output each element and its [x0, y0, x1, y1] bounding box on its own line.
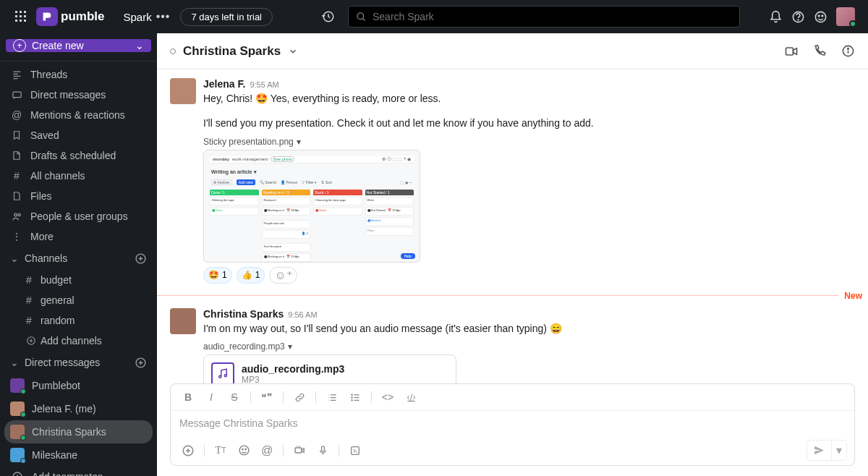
avatar [10, 378, 25, 393]
dm-mileskane[interactable]: Mileskane [0, 443, 157, 467]
send-options-button[interactable]: ▾ [831, 441, 846, 460]
nav-mentions[interactable]: @Mentions & reactions [0, 105, 157, 125]
attachment-preview[interactable]: monday work management See plans⚙ ⓘ ⬚ ⬚ … [203, 150, 420, 263]
notifications-icon[interactable] [769, 10, 783, 24]
search-input[interactable] [373, 11, 732, 22]
dm-section-header[interactable]: ⌄ Direct messages [0, 351, 157, 374]
svg-point-16 [818, 15, 820, 17]
add-channels[interactable]: Add channels [0, 331, 157, 351]
audio-filename: audio_recording.mp3 [242, 363, 344, 375]
add-reaction-icon[interactable]: ☺⁺ [269, 267, 297, 284]
chat-header: Christina Sparks [157, 33, 868, 69]
chevron-down-icon: ⌄ [135, 40, 144, 51]
svg-point-27 [848, 48, 849, 49]
message-text: I'll send you my presentation. Check it … [203, 116, 855, 130]
message-author[interactable]: Jelena F. [203, 78, 245, 90]
presence-icon [170, 48, 176, 54]
info-icon[interactable] [841, 44, 855, 59]
attachment-name[interactable]: Sticky presentation.png▾ [203, 137, 855, 147]
audio-record-button[interactable] [312, 442, 333, 459]
add-attachment-button[interactable] [178, 442, 198, 459]
svg-rect-7 [20, 20, 22, 22]
channel-random[interactable]: #random [0, 310, 157, 331]
svg-point-32 [351, 399, 352, 400]
svg-point-19 [14, 213, 17, 216]
nav-all-channels[interactable]: #All channels [0, 166, 157, 186]
bullet-list-button[interactable] [345, 388, 365, 406]
dm-pumblebot[interactable]: Pumblebot [0, 374, 157, 397]
mention-button[interactable]: @ [257, 442, 277, 459]
svg-point-30 [351, 394, 352, 395]
send-group: ▾ [807, 440, 847, 461]
attachment-name[interactable]: audio_recording.mp3▾ [203, 341, 855, 352]
channel-general[interactable]: #general [0, 290, 157, 310]
chat-title[interactable]: Christina Sparks [183, 44, 281, 59]
add-dm-icon[interactable] [135, 357, 147, 369]
avatar[interactable] [170, 308, 196, 334]
nav-saved[interactable]: Saved [0, 125, 157, 145]
avatar [10, 448, 25, 462]
reaction[interactable]: 👍1 [237, 267, 265, 284]
nav-more[interactable]: ⋮More [0, 226, 157, 247]
svg-rect-2 [24, 11, 26, 13]
add-channel-icon[interactable] [135, 252, 147, 265]
message: Christina Sparks 9:56 AM I'm on my way o… [157, 305, 868, 383]
phone-call-icon[interactable] [813, 44, 827, 59]
text-format-button[interactable]: TT [210, 442, 231, 459]
ordered-list-button[interactable] [322, 388, 342, 406]
code-button[interactable]: <> [378, 388, 398, 406]
svg-rect-3 [15, 15, 17, 17]
message-input[interactable] [179, 417, 846, 429]
reaction[interactable]: 🤩1 [203, 267, 232, 284]
emoji-picker-button[interactable] [234, 442, 254, 459]
dm-christina[interactable]: Christina Sparks [4, 420, 153, 443]
channel-budget[interactable]: #budget [0, 270, 157, 290]
more-icon: ⋮ [10, 231, 23, 242]
composer-area: B I S ❝❞ <> [157, 383, 868, 476]
nav-files[interactable]: Files [0, 186, 157, 206]
avatar[interactable] [170, 78, 196, 104]
quote-button[interactable]: ❝❞ [257, 388, 277, 406]
add-teammates[interactable]: Add teammates [0, 467, 157, 476]
chevron-down-icon: ⌄ [10, 252, 19, 264]
bold-button[interactable]: B [178, 388, 198, 406]
workspace-name[interactable]: Spark [123, 11, 151, 23]
message-author[interactable]: Christina Sparks [203, 308, 284, 320]
emoji-icon[interactable] [814, 10, 827, 24]
svg-rect-38 [321, 446, 324, 452]
nav-threads[interactable]: Threads [0, 64, 157, 85]
dm-jelena[interactable]: Jelena F. (me) [0, 397, 157, 420]
nav-people[interactable]: People & user groups [0, 206, 157, 226]
svg-point-11 [357, 12, 364, 19]
nav-direct-messages[interactable]: Direct messages [0, 85, 157, 105]
italic-button[interactable]: I [201, 388, 221, 406]
nav-drafts[interactable]: Drafts & scheduled [0, 145, 157, 166]
reactions: 🤩1 👍1 ☺⁺ [203, 267, 855, 284]
link-button[interactable] [289, 388, 310, 406]
trial-badge[interactable]: 7 days left in trial [180, 8, 273, 26]
app-name: pumble [61, 9, 104, 24]
user-avatar[interactable] [836, 7, 855, 26]
workspace-menu-icon[interactable]: ••• [156, 10, 171, 23]
search-bar[interactable] [348, 6, 740, 27]
help-icon[interactable] [791, 10, 805, 24]
apps-grid-icon[interactable] [9, 4, 33, 29]
strike-button[interactable]: S [224, 388, 244, 406]
channels-section-header[interactable]: ⌄ Channels [0, 247, 157, 270]
svg-point-35 [242, 449, 242, 449]
plus-icon [10, 471, 25, 476]
send-button[interactable] [807, 441, 831, 459]
svg-point-14 [798, 20, 799, 20]
shortcut-button[interactable] [345, 442, 365, 459]
create-new-button[interactable]: + Create new ⌄ [6, 39, 151, 52]
video-record-button[interactable] [289, 442, 310, 459]
svg-point-17 [822, 15, 823, 17]
app-logo[interactable] [36, 7, 58, 26]
video-call-icon[interactable] [784, 44, 799, 59]
chevron-down-icon[interactable]: ▾ [297, 137, 301, 147]
history-icon[interactable] [316, 10, 341, 23]
chevron-down-icon[interactable]: ▾ [288, 341, 292, 352]
topbar: pumble Spark ••• 7 days left in trial [0, 0, 868, 33]
codeblock-button[interactable] [401, 388, 421, 406]
chevron-down-icon[interactable] [288, 46, 298, 56]
